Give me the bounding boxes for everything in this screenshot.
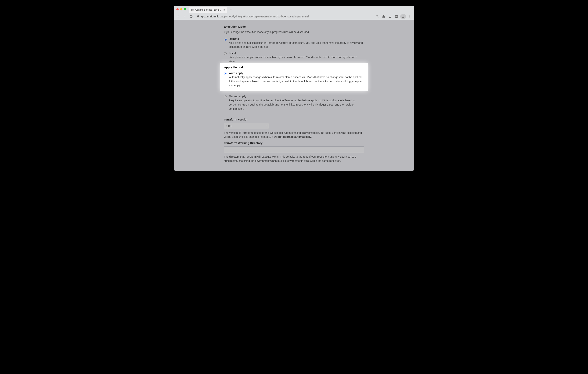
radio-desc: Your plans and applies occur on machines… — [229, 55, 364, 64]
browser-window: General Settings | terraform-cl… × + app… — [174, 6, 414, 171]
tf-version-heading: Terraform Version — [224, 118, 364, 121]
execution-mode-section: Execution Mode If you change the executi… — [224, 25, 364, 65]
lock-icon — [197, 15, 200, 18]
traffic-lights — [176, 8, 186, 11]
browser-tab[interactable]: General Settings | terraform-cl… × — [189, 7, 227, 13]
radio-label: Remote — [229, 37, 364, 40]
svg-point-9 — [403, 15, 403, 16]
working-dir-desc: The directory that Terraform will execut… — [224, 155, 364, 163]
window-maximize-button[interactable] — [184, 8, 186, 11]
tf-version-section: Terraform Version 1.0.1 The version of T… — [224, 118, 364, 139]
address-bar[interactable]: app.terraform.io/app/checkly-integration… — [195, 15, 373, 18]
radio-option-auto[interactable]: Auto apply Automatically apply changes w… — [224, 71, 364, 89]
radio-desc: Your plans and applies occur on Terrafor… — [229, 41, 364, 49]
radio-input-remote[interactable] — [224, 38, 227, 41]
tf-version-select[interactable]: 1.0.1 — [224, 123, 269, 129]
svg-marker-6 — [389, 15, 391, 18]
svg-rect-0 — [197, 16, 199, 17]
radio-desc: Automatically apply changes when a Terra… — [229, 75, 364, 87]
url-host: app.terraform.io — [201, 15, 219, 18]
chevron-down-icon — [264, 125, 267, 128]
radio-desc: Require an operator to confirm the resul… — [229, 98, 364, 111]
svg-point-10 — [410, 15, 410, 16]
tab-strip: General Settings | terraform-cl… × + — [174, 6, 414, 13]
tab-title: General Settings | terraform-cl… — [195, 9, 221, 11]
window-minimize-button[interactable] — [180, 8, 182, 11]
radio-label: Manual apply — [229, 95, 364, 98]
tab-close-button[interactable]: × — [223, 9, 225, 11]
tf-version-value: 1.0.1 — [226, 125, 232, 128]
bookmark-star-icon[interactable] — [387, 14, 393, 19]
radio-input-manual[interactable] — [224, 96, 227, 98]
sidepanel-icon[interactable] — [394, 14, 399, 19]
nav-forward-button[interactable] — [182, 14, 187, 19]
apply-method-heading: Apply Method — [224, 66, 364, 69]
svg-line-2 — [378, 17, 378, 17]
execution-mode-hint: If you change the execution mode any in … — [224, 30, 364, 34]
new-tab-button[interactable]: + — [229, 6, 233, 13]
working-dir-section: Terraform Working Directory The director… — [224, 141, 364, 163]
working-dir-input[interactable] — [224, 147, 364, 153]
apply-method-highlight: Apply Method Auto apply Automatically ap… — [220, 63, 368, 91]
radio-option-manual[interactable]: Manual apply Require an operator to conf… — [224, 94, 364, 113]
settings-content: Execution Mode If you change the executi… — [224, 20, 364, 171]
radio-input-local[interactable] — [224, 52, 227, 55]
execution-mode-heading: Execution Mode — [224, 25, 364, 28]
nav-reload-button[interactable] — [189, 14, 194, 19]
kebab-menu-button[interactable] — [407, 14, 412, 19]
tab-favicon-icon — [191, 9, 194, 11]
url-path: /app/checkly-integration/workspaces/terr… — [220, 15, 309, 18]
working-dir-heading: Terraform Working Directory — [224, 141, 364, 145]
page-viewport: Execution Mode If you change the executi… — [174, 20, 414, 171]
zoom-icon[interactable] — [375, 14, 380, 19]
nav-back-button[interactable] — [176, 14, 181, 19]
tabs-chevron-down-icon[interactable] — [410, 8, 412, 11]
tf-version-desc: The version of Terraform to use for this… — [224, 131, 364, 139]
share-icon[interactable] — [381, 14, 386, 19]
svg-rect-7 — [395, 15, 398, 17]
svg-point-12 — [410, 17, 410, 17]
radio-label: Auto apply — [229, 72, 364, 75]
radio-option-remote[interactable]: Remote Your plans and applies occur on T… — [224, 37, 364, 51]
svg-point-11 — [410, 16, 410, 16]
radio-label: Local — [229, 52, 364, 55]
url-bar: app.terraform.io/app/checkly-integration… — [174, 13, 414, 20]
radio-input-auto[interactable] — [224, 72, 227, 75]
profile-button[interactable] — [400, 14, 406, 19]
window-close-button[interactable] — [176, 8, 179, 11]
